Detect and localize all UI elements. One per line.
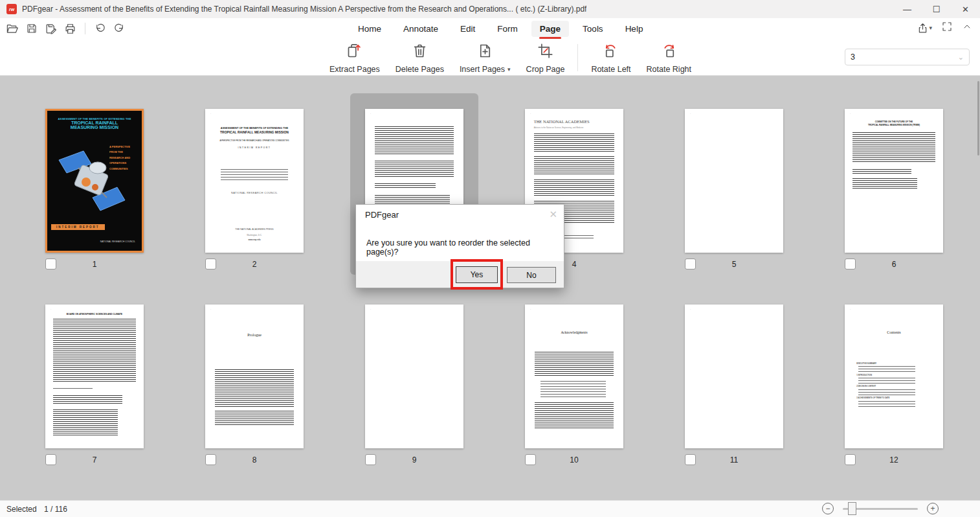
page-thumbnail-2[interactable]: ·ASSESSMENT OF THE BENEFITS OF EXTENDING… <box>205 109 304 253</box>
thumb-heading: Advisers to the Nation on Science, Engin… <box>525 126 623 129</box>
dialog-close-icon[interactable]: ✕ <box>549 209 557 220</box>
page-thumbnail-12[interactable]: ·ContentsEXECUTIVE SUMMARY1 INTRODUCTION… <box>845 304 943 448</box>
page-thumbnail-10[interactable]: ·Acknowledgments <box>525 304 623 448</box>
tab-tools[interactable]: Tools <box>574 21 612 37</box>
thumb-heading: NATIONAL RESEARCH COUNCIL <box>100 240 135 243</box>
page-thumbnail-7[interactable]: ·BOARD ON ATMOSPHERIC SCIENCES AND CLIMA… <box>45 304 144 448</box>
fullscreen-icon[interactable] <box>941 21 953 35</box>
extract-pages-button[interactable]: Extract Pages <box>327 41 383 75</box>
zoom-slider-handle[interactable] <box>848 502 856 515</box>
thumb-heading: ASSESSMENT OF THE BENEFITS OF EXTENDING … <box>205 126 304 130</box>
minimize-button[interactable]: — <box>893 0 922 18</box>
page-number-label: 6 <box>845 260 943 269</box>
status-bar: Selected 1 / 116 − + <box>0 500 980 517</box>
page-number-label: 10 <box>525 455 623 465</box>
tab-page[interactable]: Page <box>531 21 569 37</box>
extract-pages-icon <box>346 42 363 62</box>
save-icon[interactable] <box>25 22 38 36</box>
page-number-label: 11 <box>685 455 783 465</box>
delete-pages-button[interactable]: Delete Pages <box>393 41 447 75</box>
page-number-value: 3 <box>851 52 855 62</box>
combo-caret-icon: ⌄ <box>958 53 964 62</box>
page-number-label: 8 <box>205 455 304 465</box>
highlight-annotation-box <box>451 259 503 290</box>
selected-label: Selected <box>6 505 37 514</box>
zoom-slider[interactable] <box>843 508 918 510</box>
page-thumbnail-6[interactable]: ·COMMITTEE ON THE FUTURE OF THETROPICAL … <box>845 109 943 253</box>
dialog-title: PDFgear <box>365 210 399 220</box>
menu-bar: Home Annotate Edit Form Page Tools Help … <box>0 18 980 39</box>
open-file-icon[interactable] <box>5 22 19 36</box>
page-number-label: 9 <box>365 455 463 465</box>
page-number-label: 1 <box>45 260 144 269</box>
save-as-icon[interactable] <box>44 22 58 36</box>
zoom-out-button[interactable]: − <box>822 503 834 514</box>
title-bar: rw PDFgear - Assessment of the Benefits … <box>0 0 980 18</box>
pdfgear-app-icon: rw <box>6 4 17 14</box>
rotate-right-button[interactable]: Rotate Right <box>644 41 694 75</box>
ribbon-tabs: Home Annotate Edit Form Page Tools Help <box>350 18 651 39</box>
thumb-heading: Prologue <box>205 333 304 337</box>
rotate-left-button[interactable]: Rotate Left <box>588 41 633 75</box>
thumb-heading: TROPICAL RAINFALL MEASURING MISSION <box>205 130 304 134</box>
page-thumbnail-1[interactable]: ASSESSMENT OF THE BENEFITS OF EXTENDING … <box>45 109 144 253</box>
insert-pages-caret-icon: ▾ <box>507 66 511 73</box>
insert-pages-label: Insert Pages <box>460 65 505 74</box>
thumb-heading: 3 ACHIEVEMENTS OF TRMM TO DATE <box>845 396 943 399</box>
delete-pages-icon <box>411 42 429 62</box>
rotate-left-icon <box>602 42 619 62</box>
vertical-scrollbar[interactable] <box>977 81 979 155</box>
thumb-heading: Contents <box>845 330 943 334</box>
crop-page-icon <box>537 42 554 62</box>
thumb-heading: THE NATIONAL ACADEMIES PRESS <box>205 228 304 231</box>
page-thumbnail-5[interactable]: · <box>685 109 783 253</box>
rotate-right-label: Rotate Right <box>647 65 691 74</box>
thumb-heading: 1 INTRODUCTION <box>845 374 943 376</box>
print-icon[interactable] <box>63 22 77 36</box>
redo-icon[interactable] <box>113 22 126 36</box>
tab-form[interactable]: Form <box>489 21 526 37</box>
delete-pages-label: Delete Pages <box>395 65 444 74</box>
share-caret-icon: ▾ <box>929 25 932 31</box>
thumb-heading: Washington, D.C. <box>205 234 304 236</box>
maximize-button[interactable]: ☐ <box>922 0 951 18</box>
page-thumbnail-9[interactable]: · <box>365 304 463 448</box>
reorder-confirm-dialog: PDFgear ✕ Are you sure you want to reord… <box>355 204 564 288</box>
collapse-ribbon-icon[interactable] <box>962 21 972 34</box>
satellite-cover-art <box>52 142 130 220</box>
no-button[interactable]: No <box>507 267 556 283</box>
insert-pages-button[interactable]: Insert Pages▾ <box>457 41 513 75</box>
tab-annotate[interactable]: Annotate <box>395 21 447 37</box>
share-icon[interactable]: ▾ <box>917 22 932 34</box>
undo-icon[interactable] <box>93 22 107 36</box>
page-number-label: 5 <box>685 260 783 269</box>
thumb-heading: INTERIM REPORT <box>205 146 304 149</box>
page-number-label: 7 <box>45 455 144 465</box>
thumb-heading: 2 DECISION CONTEXT <box>845 385 943 387</box>
tab-edit[interactable]: Edit <box>452 21 484 37</box>
thumb-heading: NATIONAL RESEARCH COUNCIL <box>205 191 304 194</box>
dialog-message: Are you sure you want to reorder the sel… <box>366 238 564 257</box>
crop-page-label: Crop Page <box>526 65 565 74</box>
thumb-heading: BOARD ON ATMOSPHERIC SCIENCES AND CLIMAT… <box>45 313 144 316</box>
tab-home[interactable]: Home <box>350 21 390 37</box>
page-number-label: 2 <box>205 260 304 269</box>
page-number-selector[interactable]: 3 ⌄ <box>845 49 970 65</box>
zoom-in-button[interactable]: + <box>927 503 939 514</box>
thumb-heading: A PERSPECTIVE FROM THE RESEARCH AND OPER… <box>205 139 304 142</box>
page-number-label: 12 <box>845 455 943 465</box>
thumb-heading: EXECUTIVE SUMMARY <box>845 362 943 365</box>
thumb-heading: www.nap.edu <box>205 238 304 241</box>
thumb-heading: INTERIM REPORT <box>51 224 105 230</box>
tab-help[interactable]: Help <box>617 21 652 37</box>
crop-page-button[interactable]: Crop Page <box>524 41 568 75</box>
page-ribbon: Extract Pages Delete Pages Insert Pages▾… <box>0 39 980 76</box>
page-thumbnail-8[interactable]: ·Prologue <box>205 304 304 448</box>
thumb-heading: TROPICAL RAINFALL MEASURING MISSION (TRM… <box>845 124 943 126</box>
thumb-heading: COMMITTEE ON THE FUTURE OF THE <box>845 121 943 123</box>
page-thumbnail-11[interactable]: · <box>685 304 783 448</box>
selected-count: 1 / 116 <box>44 505 67 514</box>
thumb-heading: Acknowledgments <box>525 330 623 334</box>
close-button[interactable]: ✕ <box>951 0 980 18</box>
thumb-heading: MEASURING MISSION <box>50 125 139 130</box>
